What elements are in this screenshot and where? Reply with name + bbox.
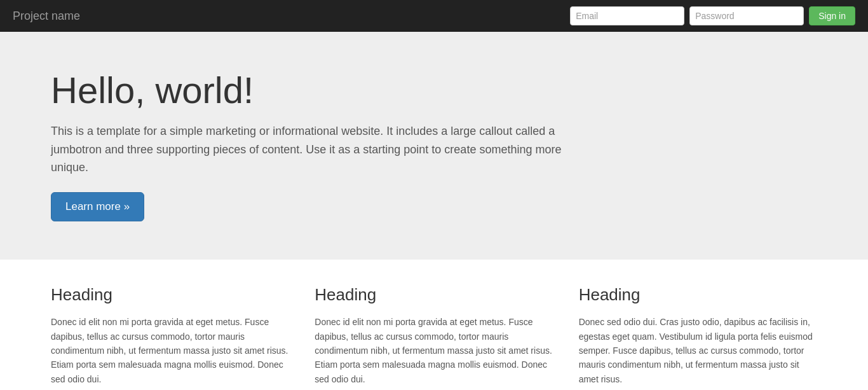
column-2-heading: Heading	[315, 285, 553, 305]
navbar-right: Sign in	[570, 6, 855, 25]
jumbotron-description: This is a template for a simple marketin…	[51, 122, 572, 177]
column-2: Heading Donec id elit non mi porta gravi…	[315, 285, 553, 390]
jumbotron: Hello, world! This is a template for a s…	[0, 32, 868, 260]
jumbotron-heading: Hello, world!	[51, 70, 817, 111]
email-input[interactable]	[570, 6, 684, 25]
password-input-wrapper	[689, 6, 804, 25]
content-section: Heading Donec id elit non mi porta gravi…	[0, 260, 868, 390]
column-3-body: Donec sed odio dui. Cras justo odio, dap…	[579, 315, 817, 386]
navbar-brand: Project name	[13, 10, 80, 23]
navbar: Project name Sign in	[0, 0, 868, 32]
column-3: Heading Donec sed odio dui. Cras justo o…	[579, 285, 817, 390]
columns-container: Heading Donec id elit non mi porta gravi…	[51, 285, 817, 390]
learn-more-button[interactable]: Learn more »	[51, 192, 144, 221]
column-1: Heading Donec id elit non mi porta gravi…	[51, 285, 289, 390]
password-input[interactable]	[689, 6, 804, 25]
column-2-body: Donec id elit non mi porta gravida at eg…	[315, 315, 553, 386]
column-3-heading: Heading	[579, 285, 817, 305]
signin-button[interactable]: Sign in	[809, 6, 855, 25]
column-1-heading: Heading	[51, 285, 289, 305]
column-1-body: Donec id elit non mi porta gravida at eg…	[51, 315, 289, 386]
email-input-wrapper	[570, 6, 684, 25]
